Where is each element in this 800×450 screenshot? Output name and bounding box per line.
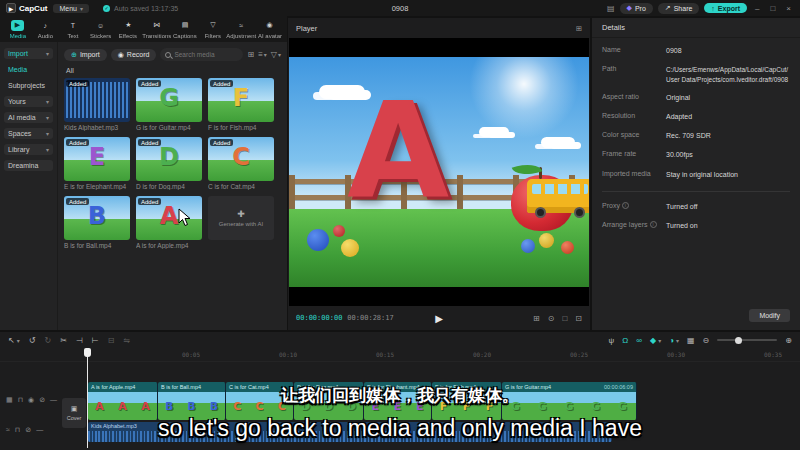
tab-media[interactable]: ▶Media bbox=[4, 20, 31, 39]
tab-text[interactable]: TText bbox=[60, 20, 87, 39]
cloud bbox=[541, 137, 575, 148]
info-icon: i bbox=[650, 221, 657, 228]
detail-row-color-space: Color spaceRec. 709 SDR bbox=[602, 131, 790, 141]
detail-row-frame-rate: Frame rate30.00fps bbox=[602, 150, 790, 160]
sidebar-item-library[interactable]: Library▾ bbox=[4, 144, 53, 155]
link-toggle[interactable]: ∞ bbox=[636, 336, 642, 345]
search-icon bbox=[165, 52, 171, 58]
ratio-icon[interactable]: □ bbox=[562, 314, 567, 323]
ball bbox=[341, 239, 359, 257]
preview-frames-icon[interactable]: ▦ bbox=[687, 336, 695, 345]
grid-view-icon[interactable]: ⊞ bbox=[247, 50, 254, 59]
import-icon: ⊕ bbox=[71, 51, 77, 59]
details-panel: Details Name0908 PathC:/Users/Emenws/App… bbox=[592, 18, 800, 330]
focus-icon[interactable]: ⊙ bbox=[548, 314, 555, 323]
cloud bbox=[479, 127, 509, 137]
detail-row-arrange-layers[interactable]: Arrange layersiTurned on bbox=[602, 221, 790, 231]
zoom-out-icon[interactable]: ⊖ bbox=[703, 336, 710, 345]
record-button[interactable]: ◉Record bbox=[111, 49, 157, 61]
detail-row-resolution: ResolutionAdapted bbox=[602, 112, 790, 122]
voiceover-mic-icon[interactable]: ψ bbox=[609, 336, 615, 345]
player-title: Player bbox=[296, 24, 317, 33]
media-item-g-guitar[interactable]: AddedG G is for Guitar.mp4 bbox=[136, 78, 202, 131]
pro-button[interactable]: ◆Pro bbox=[620, 3, 653, 14]
keyframe-toggle[interactable]: ◆▾ bbox=[650, 336, 661, 345]
tab-ai-avatar[interactable]: ◉AI avatar bbox=[256, 20, 283, 39]
autosave-status: ✓ Auto saved 13:17:35 bbox=[103, 5, 178, 12]
tab-effects[interactable]: ★Effects bbox=[115, 20, 142, 39]
thumb-letter: A bbox=[136, 202, 202, 230]
layout-icon[interactable]: ▤ bbox=[607, 4, 615, 13]
undo-icon[interactable]: ↺ bbox=[29, 336, 36, 345]
player-detach-icon[interactable]: ⊞ bbox=[576, 24, 582, 33]
ai-avatar-icon: ◉ bbox=[263, 20, 276, 31]
media-item-f-fish[interactable]: AddedF F is for Fish.mp4 bbox=[208, 78, 274, 131]
delete-icon[interactable]: ⊟ bbox=[108, 336, 115, 345]
detail-row-path: PathC:/Users/Emenws/AppData/Local/CapCut… bbox=[602, 65, 790, 84]
media-item-d-dog[interactable]: AddedD D is for Dog.mp4 bbox=[136, 137, 202, 190]
export-button[interactable]: ↑Export bbox=[704, 3, 747, 13]
sidebar-item-media[interactable]: Media bbox=[4, 64, 53, 75]
sidebar-item-dreamina[interactable]: Dreamina bbox=[4, 160, 53, 171]
sidebar-item-ai-media[interactable]: AI media▾ bbox=[4, 112, 53, 123]
ball bbox=[333, 225, 345, 237]
tab-filters[interactable]: ▽Filters bbox=[200, 20, 227, 39]
timeline-zoom-slider[interactable] bbox=[717, 339, 777, 341]
thumb-letter: C bbox=[208, 143, 274, 171]
effects-icon: ★ bbox=[122, 20, 135, 31]
select-tool-icon[interactable]: ↖▾ bbox=[8, 336, 20, 345]
tab-captions[interactable]: ▤Captions bbox=[172, 20, 199, 39]
maximize-button[interactable]: □ bbox=[767, 4, 778, 13]
search-input[interactable] bbox=[174, 51, 238, 58]
generate-with-ai-card[interactable]: ✚Generate with AI bbox=[208, 196, 274, 249]
close-button[interactable]: × bbox=[783, 4, 794, 13]
thumb-letter: E bbox=[64, 143, 130, 171]
tab-transitions[interactable]: ⋈Transitions bbox=[143, 20, 171, 39]
redo-icon[interactable]: ↻ bbox=[44, 336, 51, 345]
zoom-in-icon[interactable]: ⊕ bbox=[785, 336, 792, 345]
fullscreen-icon[interactable]: ⊡ bbox=[575, 314, 582, 323]
chevron-down-icon: ▾ bbox=[46, 146, 49, 153]
chevron-down-icon: ▾ bbox=[80, 5, 83, 12]
media-section-all[interactable]: All bbox=[66, 67, 281, 74]
menu-button[interactable]: Menu▾ bbox=[53, 4, 89, 13]
player-viewport[interactable]: A bbox=[289, 38, 589, 306]
minimize-button[interactable]: – bbox=[752, 4, 762, 13]
player-panel: Player ⊞ A 00:00:00:00 00:00:28:17 ▶ ⊞ ⊙ bbox=[288, 18, 590, 330]
media-item-e-elephant[interactable]: AddedE E is for Elephant.mp4 bbox=[64, 137, 130, 190]
ball bbox=[307, 229, 329, 251]
thumb-letter: B bbox=[64, 202, 130, 230]
media-item-c-cat[interactable]: AddedC C is for Cat.mp4 bbox=[208, 137, 274, 190]
mirror-icon[interactable]: ⇋ bbox=[123, 336, 130, 345]
tab-audio[interactable]: ♪Audio bbox=[32, 20, 59, 39]
current-time: 00:00:00:00 bbox=[296, 314, 342, 322]
tab-stickers[interactable]: ☺Stickers bbox=[87, 20, 114, 39]
added-badge: Added bbox=[66, 139, 89, 146]
detail-row-proxy[interactable]: ProxyiTurned off bbox=[602, 202, 790, 212]
app-logo: ▶ CapCut bbox=[6, 3, 47, 13]
render-quality-icon[interactable]: ⊞ bbox=[533, 314, 540, 323]
sidebar-item-yours[interactable]: Yours▾ bbox=[4, 96, 53, 107]
share-button[interactable]: ↗Share bbox=[658, 3, 700, 14]
details-title: Details bbox=[592, 18, 800, 38]
filter-icon[interactable]: ▽▾ bbox=[271, 50, 281, 59]
autocut-toggle[interactable]: ◑▾ bbox=[669, 336, 679, 345]
sidebar-item-spaces[interactable]: Spaces▾ bbox=[4, 128, 53, 139]
media-item-kids-alphabet[interactable]: Added Kids Alphabet.mp3 bbox=[64, 78, 130, 131]
import-button[interactable]: ⊕Import bbox=[64, 49, 107, 61]
sidebar-item-import[interactable]: Import▾ bbox=[4, 48, 53, 59]
chevron-down-icon: ▾ bbox=[46, 50, 49, 57]
media-item-a-apple[interactable]: AddedA A is for Apple.mp4 bbox=[136, 196, 202, 249]
sidebar-item-subprojects[interactable]: Subprojects bbox=[4, 80, 53, 91]
delete-left-icon[interactable]: ⊣ bbox=[76, 336, 83, 345]
media-item-b-ball[interactable]: AddedB B is for Ball.mp4 bbox=[64, 196, 130, 249]
media-search[interactable] bbox=[160, 48, 243, 61]
split-icon[interactable]: ✂ bbox=[60, 336, 67, 345]
modify-button[interactable]: Modify bbox=[749, 309, 790, 322]
delete-right-icon[interactable]: ⊢ bbox=[92, 336, 99, 345]
magnet-snap-toggle[interactable]: Ω bbox=[622, 336, 628, 345]
ball bbox=[539, 233, 554, 248]
tab-adjustment[interactable]: ≈Adjustment bbox=[227, 20, 255, 39]
sort-icon[interactable]: ≡▾ bbox=[258, 50, 267, 59]
timeline-ruler[interactable]: 00:05 00:10 00:15 00:20 00:25 00:30 00:3… bbox=[0, 348, 800, 362]
